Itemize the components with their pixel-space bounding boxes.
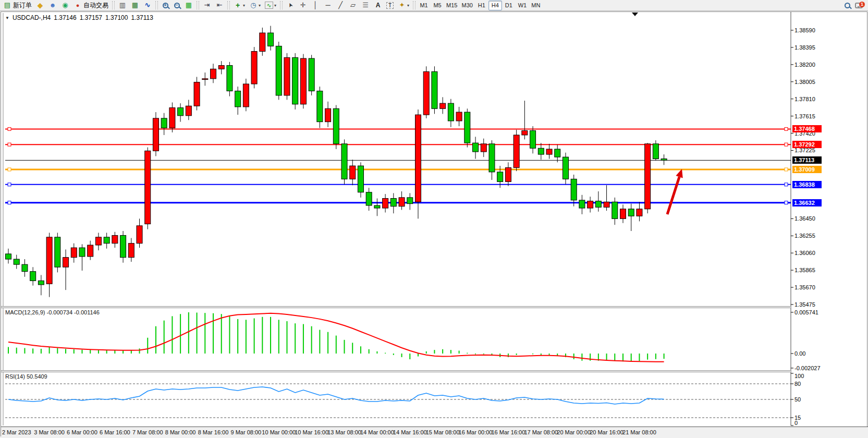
timeframe-m1-button[interactable]: M1 bbox=[417, 1, 431, 10]
crosshair-button[interactable] bbox=[297, 1, 309, 10]
candle-body bbox=[309, 58, 314, 91]
chart-shift-button[interactable] bbox=[213, 1, 226, 10]
candle-body bbox=[399, 198, 405, 206]
macd-main-value: -0.000734 bbox=[46, 309, 72, 315]
symbol-dropdown-icon[interactable]: ▼ bbox=[5, 16, 9, 20]
toolbar-separator bbox=[280, 1, 283, 9]
arrow-annotation-head[interactable] bbox=[676, 169, 682, 178]
timeframe-m30-button[interactable]: M30 bbox=[459, 1, 474, 10]
dropdown-arrow-icon: ▾ bbox=[407, 3, 409, 8]
rsi-tick-label: 100 bbox=[794, 373, 834, 379]
line-handle[interactable] bbox=[785, 168, 788, 171]
line-handle[interactable] bbox=[8, 143, 11, 146]
candle-body bbox=[530, 131, 536, 149]
cursor-button[interactable] bbox=[284, 1, 297, 10]
candle-body bbox=[514, 135, 519, 167]
text-label-button[interactable] bbox=[384, 1, 396, 10]
new-order-button[interactable]: 新订单 bbox=[1, 1, 34, 10]
close-value: 1.37113 bbox=[131, 14, 153, 21]
dropdown-arrow-icon: ▾ bbox=[274, 3, 276, 8]
chart-canvas bbox=[1, 12, 868, 437]
zoom-in-icon-sign: + bbox=[164, 2, 167, 8]
fibonacci-button[interactable] bbox=[359, 1, 372, 10]
zoom-in-icon: + bbox=[163, 3, 168, 8]
channel-button[interactable] bbox=[347, 1, 359, 10]
bar-chart-button[interactable] bbox=[116, 1, 129, 10]
line-handle[interactable] bbox=[785, 143, 788, 146]
signals-button[interactable] bbox=[59, 1, 71, 10]
candle-body bbox=[153, 118, 158, 151]
candle-body bbox=[390, 199, 396, 206]
timeframe-m15-button[interactable]: M15 bbox=[444, 1, 459, 10]
candle-body bbox=[333, 108, 339, 144]
time-axis-label: 17 Mar 08:00 bbox=[524, 429, 558, 435]
auto-trading-button[interactable]: 自动交易 bbox=[71, 1, 111, 10]
new-chart-button[interactable]: ▾ bbox=[231, 1, 247, 10]
candle-body bbox=[612, 202, 618, 218]
candle-body bbox=[194, 82, 200, 106]
candle-body bbox=[186, 106, 191, 116]
candle-body bbox=[489, 144, 495, 172]
line-handle[interactable] bbox=[8, 127, 11, 130]
candle-body bbox=[628, 209, 634, 216]
shapes-button[interactable]: ▾ bbox=[396, 1, 411, 10]
line-handle[interactable] bbox=[8, 183, 11, 186]
candle-body bbox=[350, 166, 356, 179]
notifications-button[interactable]: 1 bbox=[853, 1, 865, 10]
zoom-out-button[interactable]: − bbox=[171, 1, 182, 10]
shapes-icon bbox=[398, 1, 406, 9]
panel-separator[interactable] bbox=[1, 370, 791, 372]
candle-body bbox=[464, 112, 470, 143]
timeframe-d1-button[interactable]: D1 bbox=[502, 1, 516, 10]
line-handle[interactable] bbox=[8, 168, 11, 171]
time-axis-label: 7 Mar 08:00 bbox=[132, 429, 163, 435]
line-handle[interactable] bbox=[785, 183, 788, 186]
timeframe-mn-button[interactable]: MN bbox=[529, 1, 543, 10]
chart-shift-marker-icon[interactable] bbox=[632, 13, 638, 19]
price-level-badge: 1.37292 bbox=[792, 141, 822, 148]
toolbar: 新订单自动交易+−▾▾▾▾M1M5M15M30H1H4D1W1MN1 bbox=[0, 0, 868, 11]
candle-body bbox=[128, 244, 134, 258]
candle-body bbox=[407, 198, 413, 204]
candle-body bbox=[6, 254, 11, 259]
time-axis-label: 20 Mar 16:00 bbox=[590, 429, 624, 435]
chat-icon: 1 bbox=[855, 3, 863, 8]
auto-scroll-button[interactable] bbox=[201, 1, 213, 10]
periods-button[interactable]: ▾ bbox=[247, 1, 263, 10]
bar-chart-icon bbox=[118, 1, 127, 9]
layouts-button[interactable] bbox=[34, 1, 46, 10]
indicators-button[interactable]: ▾ bbox=[263, 1, 278, 10]
line-handle[interactable] bbox=[785, 201, 788, 204]
candle-body bbox=[423, 71, 429, 115]
profile-button[interactable] bbox=[46, 1, 59, 10]
timeframe-h4-button[interactable]: H4 bbox=[488, 1, 502, 10]
text-button[interactable] bbox=[372, 1, 384, 10]
macd-tick-label: 0.00 bbox=[794, 350, 834, 357]
timeframe-h1-button[interactable]: H1 bbox=[475, 1, 488, 10]
clock-icon bbox=[249, 1, 258, 9]
panel-separator[interactable] bbox=[1, 306, 791, 308]
trendline-button[interactable] bbox=[334, 1, 347, 10]
horizontal-line-button[interactable] bbox=[322, 1, 334, 10]
arrow-annotation[interactable] bbox=[667, 177, 679, 214]
time-axis-label: 15 Mar 08:00 bbox=[426, 429, 460, 435]
line-chart-button[interactable] bbox=[141, 1, 154, 10]
candle-body bbox=[79, 248, 85, 257]
tile-windows-button[interactable] bbox=[182, 1, 195, 10]
candle-body bbox=[260, 33, 265, 51]
crosshair-icon bbox=[299, 1, 307, 9]
layouts-diamond-icon bbox=[36, 1, 44, 9]
toolbar-separator bbox=[197, 1, 199, 9]
tile-windows-icon bbox=[185, 1, 193, 9]
line-handle[interactable] bbox=[8, 201, 11, 204]
zoom-in-button[interactable]: + bbox=[160, 1, 171, 10]
horizontal-line-icon bbox=[324, 1, 332, 9]
candlestick-chart-button[interactable] bbox=[129, 1, 141, 10]
toolbar-separator bbox=[227, 1, 230, 9]
time-axis-label: 20 Mar 00:00 bbox=[557, 429, 591, 435]
timeframe-w1-button[interactable]: W1 bbox=[516, 1, 529, 10]
timeframe-m5-button[interactable]: M5 bbox=[431, 1, 444, 10]
line-handle[interactable] bbox=[785, 127, 788, 130]
vertical-line-button[interactable] bbox=[309, 1, 322, 10]
search-button[interactable] bbox=[841, 1, 853, 10]
